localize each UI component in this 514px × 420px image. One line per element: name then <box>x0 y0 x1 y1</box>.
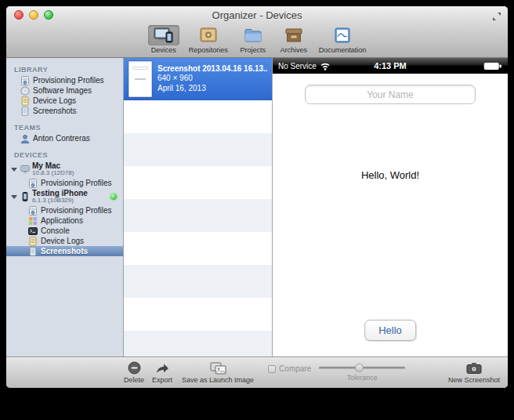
sidebar-item-mac-provisioning-profiles[interactable]: Provisioning Profiles <box>6 178 123 188</box>
item-label: Applications <box>41 216 83 225</box>
person-icon <box>20 134 30 143</box>
screenshots-icon <box>20 107 30 116</box>
traffic-lights <box>14 10 53 20</box>
sidebar-item-screenshots[interactable]: Screenshots <box>6 106 123 116</box>
item-label: Software Images <box>33 86 92 95</box>
sidebar-item-iphone-screenshots[interactable]: Screenshots <box>6 246 123 256</box>
section-header-devices: DEVICES <box>6 150 123 161</box>
compare-checkbox[interactable] <box>268 365 276 373</box>
item-label: Device Logs <box>33 96 76 105</box>
minimize-button[interactable] <box>29 10 38 20</box>
disclosure-triangle-icon[interactable] <box>11 195 17 199</box>
tolerance-label: Tolerance <box>347 374 378 382</box>
sidebar-item-team-member[interactable]: Anton Contreras <box>6 133 123 143</box>
item-label: Provisioning Profiles <box>41 206 112 215</box>
export-button[interactable]: Export <box>152 361 172 384</box>
iphone-icon <box>20 192 30 201</box>
mac-icon <box>20 165 30 174</box>
item-label: Screenshots <box>41 247 88 255</box>
main-toolbar: Devices Repositories Projects Archives D… <box>6 24 508 58</box>
preview-hello-button: Hello <box>364 320 416 341</box>
delete-button[interactable]: Delete <box>124 361 144 384</box>
sidebar-item-device-logs[interactable]: Device Logs <box>6 96 123 106</box>
slider-knob[interactable] <box>355 364 364 372</box>
applications-icon <box>28 216 38 226</box>
disclosure-triangle-icon[interactable] <box>11 168 17 172</box>
titlebar: Organizer - Devices <box>6 6 508 24</box>
toolbar-label: Repositories <box>189 46 228 54</box>
window-title: Organizer - Devices <box>212 9 302 21</box>
sidebar: LIBRARY Provisioning Profiles Software I… <box>6 58 124 357</box>
delete-icon <box>128 361 141 375</box>
repositories-icon <box>199 27 218 43</box>
tolerance-slider[interactable] <box>319 364 405 372</box>
compare-label: Compare <box>279 364 311 373</box>
sidebar-item-provisioning-profiles[interactable]: Provisioning Profiles <box>6 75 123 85</box>
item-label: Console <box>41 226 70 235</box>
screenshots-icon <box>28 247 38 256</box>
compare-control: Compare <box>268 364 311 373</box>
toolbar-label: Devices <box>151 46 176 54</box>
device-online-status-dot <box>110 194 117 200</box>
sidebar-item-iphone-applications[interactable]: Applications <box>6 215 123 226</box>
section-header-teams: TEAMS <box>6 122 123 133</box>
teams-section: TEAMS Anton Contreras <box>6 122 123 143</box>
textfield-placeholder: Your Name <box>367 89 414 100</box>
item-label: Device Logs <box>41 237 84 245</box>
projects-icon <box>244 27 262 43</box>
sidebar-device-my-mac[interactable]: My Mac 10.8.3 (12D78) <box>6 161 123 178</box>
toolbar-item-documentation[interactable]: Documentation <box>315 25 371 54</box>
provisioning-profile-icon <box>28 206 38 215</box>
sidebar-item-iphone-device-logs[interactable]: Device Logs <box>6 236 123 246</box>
item-label: Provisioning Profiles <box>33 76 104 85</box>
item-label: Provisioning Profiles <box>41 179 112 187</box>
sidebar-device-testing-iphone[interactable]: Testing iPhone 6.1.3 (10B329) <box>6 188 123 205</box>
screenshot-list-item[interactable]: Screenshot 2013.04.16 16.13.... 640 × 96… <box>124 58 272 100</box>
preview-greeting-text: Hello, World! <box>273 169 508 181</box>
preview-name-textfield: Your Name <box>305 85 476 104</box>
sidebar-item-software-images[interactable]: Software Images <box>6 85 123 96</box>
device-logs-icon <box>28 237 38 246</box>
save-as-launch-image-button[interactable]: Save as Launch Image <box>182 361 254 384</box>
organizer-window: Organizer - Devices Devices Repositories… <box>6 6 508 388</box>
sidebar-item-iphone-provisioning-profiles[interactable]: Provisioning Profiles <box>6 205 123 215</box>
zoom-button[interactable] <box>44 10 53 20</box>
toolbar-item-devices[interactable]: Devices <box>144 25 183 54</box>
toolbar-label: Documentation <box>319 46 367 54</box>
battery-icon <box>483 62 502 71</box>
iphone-status-bar: No Service 4:13 PM <box>273 58 508 74</box>
toolbar-item-projects[interactable]: Projects <box>233 25 273 54</box>
camera-icon <box>466 362 482 375</box>
tolerance-control: Tolerance <box>319 364 405 382</box>
device-version: 6.1.3 (10B329) <box>32 197 88 205</box>
close-button[interactable] <box>14 10 24 20</box>
documentation-icon <box>333 27 352 43</box>
screenshot-title: Screenshot 2013.04.16 16.13.... <box>157 64 267 74</box>
provisioning-profile-icon <box>28 179 38 188</box>
devices-icon <box>154 27 174 43</box>
screenshot-thumbnail <box>128 61 152 97</box>
screenshot-date: April 16, 2013 <box>157 84 267 94</box>
toolbar-item-archives[interactable]: Archives <box>274 25 313 54</box>
screenshot-list: Screenshot 2013.04.16 16.13.... 640 × 96… <box>124 58 273 357</box>
archives-icon <box>284 27 303 43</box>
toolbar-label: Projects <box>240 46 266 54</box>
toolbar-item-repositories[interactable]: Repositories <box>185 25 232 54</box>
status-bar-time: 4:13 PM <box>273 61 508 71</box>
device-version: 10.8.3 (12D78) <box>32 170 74 177</box>
screenshot-dimensions: 640 × 960 <box>157 74 267 84</box>
content-area: LIBRARY Provisioning Profiles Software I… <box>6 58 508 357</box>
device-logs-icon <box>20 96 30 106</box>
item-label: Anton Contreras <box>33 134 90 143</box>
new-screenshot-button[interactable]: New Screenshot <box>448 361 500 384</box>
toolbar-label: Archives <box>280 46 307 54</box>
section-header-library: LIBRARY <box>6 64 123 75</box>
bottom-toolbar: Delete Export Save as Launch Image Compa… <box>6 357 508 388</box>
fullscreen-icon[interactable] <box>492 10 501 20</box>
sidebar-item-iphone-console[interactable]: Console <box>6 226 123 236</box>
library-section: LIBRARY Provisioning Profiles Software I… <box>6 64 123 116</box>
console-icon <box>28 226 38 236</box>
software-images-icon <box>20 86 30 96</box>
provisioning-profile-icon <box>20 76 30 85</box>
devices-section: DEVICES My Mac 10.8.3 (12D78) Provisioni… <box>6 150 123 256</box>
